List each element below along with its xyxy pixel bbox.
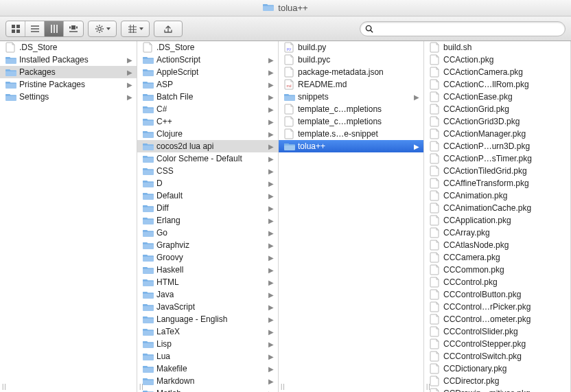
list-item[interactable]: CCControlButton.pkg <box>424 288 570 301</box>
list-item[interactable]: C++▶ <box>137 115 278 128</box>
list-item[interactable]: CCActionGrid3D.pkg <box>424 115 570 128</box>
list-item[interactable]: ActionScript▶ <box>137 54 278 66</box>
chevron-right-icon: ▶ <box>268 229 274 237</box>
list-item[interactable]: Settings▶ <box>0 91 137 103</box>
item-label: LaTeX <box>156 327 180 336</box>
list-item[interactable]: CCControl.pkg <box>424 276 570 288</box>
list-item[interactable]: Lisp▶ <box>137 338 278 350</box>
list-item[interactable]: build.sh <box>424 41 570 54</box>
list-item[interactable]: CSS▶ <box>137 165 278 177</box>
list-item[interactable]: Color Scheme - Default▶ <box>137 152 278 165</box>
list-item[interactable]: CCActionManager.pkg <box>424 128 570 140</box>
item-label: CCControlSlider.pkg <box>443 327 518 336</box>
item-label: Go <box>156 228 167 238</box>
list-item[interactable]: CCActionP…sTimer.pkg <box>424 152 570 165</box>
chevron-right-icon: ▶ <box>268 242 274 249</box>
search-input[interactable] <box>360 21 566 36</box>
list-item[interactable]: Lua▶ <box>137 350 278 362</box>
list-item[interactable]: AppleScript▶ <box>137 66 278 78</box>
list-item[interactable]: CCAction.pkg <box>424 54 570 66</box>
item-label: CCActionC…llRom.pkg <box>443 80 529 89</box>
list-item[interactable]: Markdown▶ <box>137 375 278 387</box>
list-item[interactable]: CCApplication.pkg <box>424 214 570 227</box>
list-item[interactable]: C#▶ <box>137 103 278 115</box>
list-item[interactable]: template.s…e-snippet <box>279 128 423 140</box>
list-item[interactable]: D▶ <box>137 177 278 189</box>
list-item[interactable]: CCActionEase.pkg <box>424 91 570 103</box>
chevron-right-icon: ▶ <box>268 205 274 212</box>
list-item[interactable]: Language - English▶ <box>137 313 278 325</box>
share-menu-button[interactable] <box>154 21 183 37</box>
list-item[interactable]: Java▶ <box>137 288 278 301</box>
list-item[interactable]: Clojure▶ <box>137 128 278 140</box>
item-label: Graphviz <box>156 240 189 250</box>
coverflow-view-button[interactable] <box>64 21 83 36</box>
list-item[interactable]: build.pyc <box>279 54 423 66</box>
list-item[interactable]: ASP▶ <box>137 78 278 91</box>
column[interactable]: .DS_StoreActionScript▶AppleScript▶ASP▶Ba… <box>137 41 279 392</box>
list-item[interactable]: Groovy▶ <box>137 251 278 264</box>
list-item[interactable]: CCAtlasNode.pkg <box>424 239 570 251</box>
action-menu-button[interactable] <box>88 21 117 37</box>
list-item[interactable]: Default▶ <box>137 189 278 202</box>
list-item[interactable]: Packages▶ <box>0 66 137 78</box>
list-item[interactable]: CCActionCamera.pkg <box>424 66 570 78</box>
columns-view-button[interactable] <box>45 21 64 36</box>
column-resize-grip[interactable]: || <box>281 383 286 390</box>
list-item[interactable]: CCActionP…urn3D.pkg <box>424 140 570 152</box>
file-icon <box>430 326 441 337</box>
list-item[interactable]: CCAnimation.pkg <box>424 189 570 202</box>
list-item[interactable]: Batch File▶ <box>137 91 278 103</box>
list-item[interactable]: Haskell▶ <box>137 264 278 276</box>
arrange-menu-button[interactable] <box>121 21 150 37</box>
chevron-right-icon: ▶ <box>268 106 274 113</box>
list-item[interactable]: README.md <box>279 78 423 91</box>
list-item[interactable]: LaTeX▶ <box>137 325 278 338</box>
icons-view-button[interactable] <box>6 21 25 36</box>
list-item[interactable]: CCAnimationCache.pkg <box>424 202 570 214</box>
list-item[interactable]: Pristine Packages▶ <box>0 78 137 91</box>
list-item[interactable]: Installed Packages▶ <box>0 54 137 66</box>
list-item[interactable]: CCControl…ometer.pkg <box>424 313 570 325</box>
list-item[interactable]: CCActionC…llRom.pkg <box>424 78 570 91</box>
list-item[interactable]: package-metadata.json <box>279 66 423 78</box>
list-item[interactable]: template_c…mpletions <box>279 103 423 115</box>
list-item[interactable]: CCDirector.pkg <box>424 375 570 387</box>
list-item[interactable]: CCControlSwitch.pkg <box>424 350 570 362</box>
list-item[interactable]: snippets▶ <box>279 91 423 103</box>
column[interactable]: build.pybuild.pycpackage-metadata.jsonRE… <box>279 41 424 392</box>
list-item[interactable]: CCCamera.pkg <box>424 251 570 264</box>
list-item[interactable]: Makefile▶ <box>137 362 278 375</box>
list-item[interactable]: CCAffineTransform.pkg <box>424 177 570 189</box>
list-item[interactable]: .DS_Store <box>137 41 278 54</box>
list-item[interactable]: HTML▶ <box>137 276 278 288</box>
list-item[interactable]: JavaScript▶ <box>137 301 278 313</box>
list-item[interactable]: CCActionGrid.pkg <box>424 103 570 115</box>
list-item[interactable]: CCActionTiledGrid.pkg <box>424 165 570 177</box>
list-item[interactable]: CCDictionary.pkg <box>424 362 570 375</box>
list-item[interactable]: .DS_Store <box>0 41 137 54</box>
column[interactable]: build.shCCAction.pkgCCActionCamera.pkgCC… <box>424 41 571 392</box>
list-item[interactable]: template_c…mpletions <box>279 115 423 128</box>
item-label: Pristine Packages <box>19 80 85 89</box>
list-item[interactable]: Graphviz▶ <box>137 239 278 251</box>
list-item[interactable]: CCControlSlider.pkg <box>424 325 570 338</box>
list-item[interactable]: Diff▶ <box>137 202 278 214</box>
list-item[interactable]: Matlab▶ <box>137 387 278 392</box>
list-item[interactable]: Erlang▶ <box>137 214 278 227</box>
list-item[interactable]: build.py <box>279 41 423 54</box>
list-item[interactable]: CCControl…rPicker.pkg <box>424 301 570 313</box>
list-item[interactable]: cocos2d lua api▶ <box>137 140 278 152</box>
list-item[interactable]: tolua++▶ <box>279 140 423 152</box>
column[interactable]: .DS_StoreInstalled Packages▶Packages▶Pri… <box>0 41 137 392</box>
list-item[interactable]: Go▶ <box>137 227 278 239</box>
column-resize-grip[interactable]: || <box>2 383 7 390</box>
list-item[interactable]: CCControlStepper.pkg <box>424 338 570 350</box>
list-item[interactable]: CCDrawin…mitives.pkg <box>424 387 570 392</box>
folder-icon <box>143 301 154 312</box>
chevron-right-icon: ▶ <box>268 168 274 175</box>
list-view-button[interactable] <box>25 21 45 36</box>
file-icon <box>430 388 441 392</box>
list-item[interactable]: CCCommon.pkg <box>424 264 570 276</box>
list-item[interactable]: CCArray.pkg <box>424 227 570 239</box>
